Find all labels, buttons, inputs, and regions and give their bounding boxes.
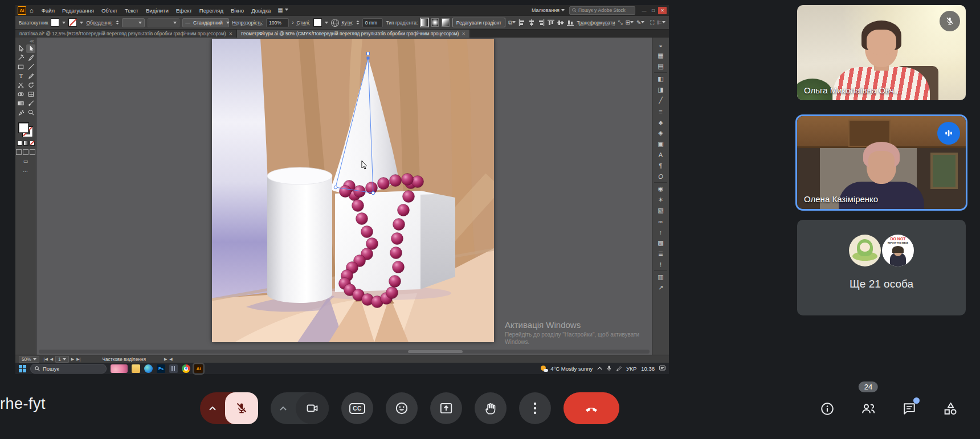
align-top-icon[interactable]: [548, 19, 554, 26]
zoom-tool[interactable]: [26, 108, 35, 117]
direct-selection-tool[interactable]: [16, 44, 25, 53]
paragraph-panel-icon[interactable]: ¶: [652, 160, 669, 171]
menu-help[interactable]: Довідка: [251, 7, 271, 14]
menu-object[interactable]: Об'єкт: [101, 7, 117, 14]
opacity-value[interactable]: 100%: [266, 18, 289, 27]
recolor-icon[interactable]: ✎: [636, 20, 644, 26]
back-icon[interactable]: ◀: [169, 357, 172, 362]
pencil-tool[interactable]: [26, 72, 35, 80]
opentype-panel-icon[interactable]: O: [652, 171, 669, 182]
libraries-panel-icon[interactable]: ▤: [652, 61, 669, 72]
shape-options-icon[interactable]: ⊞: [626, 20, 634, 26]
stroke-weight-select[interactable]: [122, 18, 145, 27]
artboard[interactable]: [212, 39, 494, 342]
more-participants-tile[interactable]: DO NOT REPOST THIS IMAGE Ще 21 особа: [797, 220, 966, 315]
first-artboard-icon[interactable]: |◀: [44, 357, 48, 362]
close-tab-icon[interactable]: ✕: [462, 31, 466, 36]
language-indicator[interactable]: УКР: [626, 366, 636, 372]
camera-toggle-button[interactable]: [296, 392, 329, 424]
end-call-button[interactable]: [564, 392, 619, 424]
export-panel-icon[interactable]: ↗: [652, 282, 669, 293]
isolate-icon[interactable]: ⧉: [508, 20, 516, 26]
menu-edit[interactable]: Редагування: [62, 7, 94, 14]
tab-geometrfigury[interactable]: ГеометрФігури.ai @ 50% (CMYK/Попередній …: [237, 30, 470, 38]
draw-inside-mode[interactable]: [30, 149, 35, 155]
minimize-button[interactable]: —: [640, 7, 648, 14]
zoom-level-select[interactable]: 50%: [19, 356, 39, 363]
start-button[interactable]: [19, 365, 26, 372]
edge-browser-icon[interactable]: [144, 364, 153, 373]
collapse-tools-icon[interactable]: ≪: [30, 39, 34, 44]
weather-widget[interactable]: 4°C Mostly sunny: [541, 365, 593, 372]
close-button[interactable]: ✕: [658, 7, 667, 14]
align-right-icon[interactable]: [538, 19, 545, 26]
edit-gradient-button[interactable]: Редагувати градієнт: [452, 18, 505, 27]
stroke-swatch[interactable]: [68, 18, 77, 27]
present-button[interactable]: [430, 392, 462, 424]
home-icon[interactable]: ⌂: [30, 7, 34, 14]
camera-options-chevron[interactable]: [271, 407, 296, 411]
stock-search-input[interactable]: Пошук у Adobe Stock: [569, 6, 635, 15]
stroke-weight-link[interactable]: Обведення:: [86, 20, 112, 26]
align-middle-icon[interactable]: [557, 19, 564, 26]
participant-tile-olha[interactable]: Ольга Миколаївна Овч...: [797, 5, 966, 100]
edit-toolbar-icon[interactable]: …: [23, 167, 28, 173]
none-button[interactable]: [30, 141, 35, 146]
menu-effect[interactable]: Ефект: [176, 7, 192, 14]
stroke-weight-stepper[interactable]: [116, 20, 119, 24]
style-caret-icon[interactable]: [325, 22, 328, 24]
variable-width-select[interactable]: — Стандартний: [182, 18, 229, 27]
menu-text[interactable]: Текст: [125, 7, 138, 14]
draw-behind-mode[interactable]: [23, 149, 28, 155]
align-bottom-icon[interactable]: [567, 19, 574, 26]
notification-center-icon[interactable]: [659, 366, 665, 371]
gradient-tool[interactable]: [16, 99, 25, 108]
file-explorer-icon[interactable]: [132, 364, 140, 373]
eyedropper-tool[interactable]: [26, 99, 35, 108]
raise-hand-button[interactable]: [475, 392, 507, 424]
links-panel-icon[interactable]: ∞: [652, 216, 669, 227]
rectangle-tool[interactable]: [16, 63, 25, 71]
magic-wand-tool[interactable]: [16, 54, 25, 62]
next-artboard-icon[interactable]: ▶: [71, 357, 74, 362]
style-swatch[interactable]: [313, 18, 322, 27]
fill-caret-icon[interactable]: [62, 22, 66, 24]
search-highlight-image[interactable]: [111, 364, 128, 373]
type-tool[interactable]: T: [16, 72, 25, 80]
transform-link[interactable]: Трансформувати: [577, 20, 615, 26]
image-trace-panel-icon[interactable]: ▧: [652, 205, 669, 216]
stroke-panel-icon[interactable]: ≡: [652, 106, 669, 117]
draw-normal-mode[interactable]: [16, 149, 22, 155]
meeting-details-button[interactable]: [819, 400, 836, 417]
document-setup-globe-icon[interactable]: [331, 19, 339, 27]
swatches-panel-icon[interactable]: ▦: [652, 50, 669, 61]
character-panel-icon[interactable]: A: [652, 149, 669, 160]
activities-panel-button[interactable]: [942, 400, 959, 417]
illustrator-taskbar-icon[interactable]: Ai: [194, 364, 203, 373]
last-artboard-icon[interactable]: ▶|: [76, 357, 80, 362]
gradient-panel-icon[interactable]: ◧: [652, 73, 669, 84]
captions-button[interactable]: CC: [341, 392, 373, 424]
clock[interactable]: 10:38: [641, 366, 655, 372]
tray-mic-icon[interactable]: [607, 366, 611, 372]
arrange-documents-icon[interactable]: ▦: [277, 7, 288, 13]
align-center-icon[interactable]: [528, 19, 535, 26]
fill-color-well[interactable]: [18, 122, 29, 133]
artboard-number-select[interactable]: 1: [55, 356, 69, 363]
chrome-icon[interactable]: [182, 364, 190, 373]
corners-stepper[interactable]: [356, 20, 360, 24]
appearance-panel-icon[interactable]: ◉: [652, 183, 669, 194]
panel-list-icon[interactable]: ⊫: [657, 20, 665, 26]
scrollbar-thumb[interactable]: [408, 350, 463, 353]
tab-platicka[interactable]: платівка.ai* @ 12,5% (RGB/Попередній пер…: [15, 30, 237, 38]
tray-pen-icon[interactable]: [616, 366, 622, 372]
radial-gradient-button[interactable]: [431, 18, 439, 27]
opacity-link[interactable]: Непрозорість:: [232, 20, 263, 26]
line-segment-tool[interactable]: [26, 63, 35, 71]
more-options-button[interactable]: [519, 392, 551, 424]
menu-window[interactable]: Вікно: [231, 7, 244, 14]
opacity-menu-icon[interactable]: ›: [292, 20, 293, 26]
corners-link[interactable]: Кути:: [342, 20, 353, 26]
menu-view[interactable]: Перегляд: [199, 7, 223, 14]
pathfinder-panel-icon[interactable]: ▥: [652, 272, 669, 282]
